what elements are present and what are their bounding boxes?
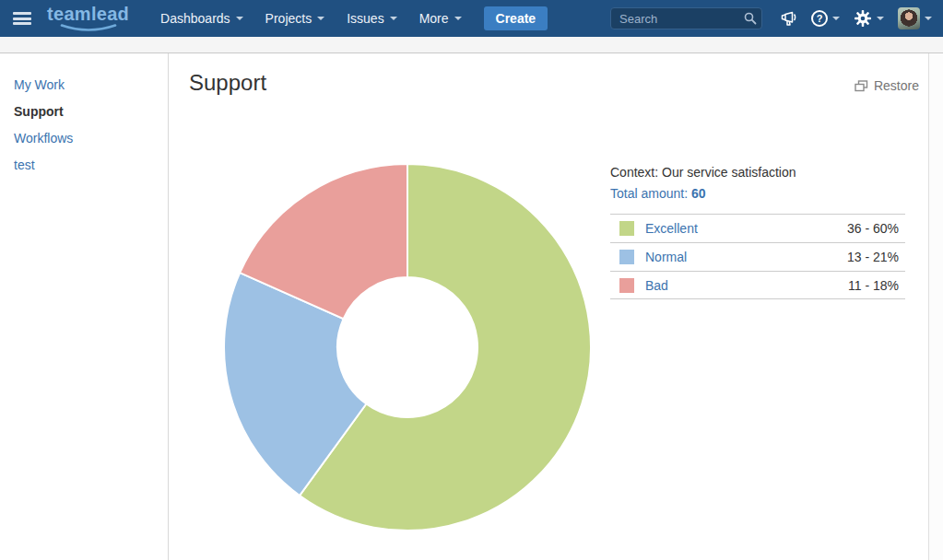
sidebar-item-support[interactable]: Support	[0, 99, 168, 125]
nav-item-label: More	[419, 11, 449, 26]
restore-label: Restore	[874, 78, 919, 93]
nav-item-label: Issues	[347, 11, 383, 26]
restore-icon	[855, 80, 868, 92]
chevron-down-icon	[390, 17, 397, 20]
sidebar-item-my-work[interactable]: My Work	[0, 72, 168, 99]
chart-legend: Context: Our service satisfaction Total …	[610, 165, 905, 299]
logo-swoosh-icon	[59, 24, 118, 32]
top-navbar: teamlead Dashboards Projects Issues More	[0, 0, 943, 37]
dashboard-main: Support Restore Context: Our service sat…	[169, 53, 927, 560]
help-icon: ?	[811, 10, 828, 27]
search-icon[interactable]	[744, 12, 757, 25]
restore-button[interactable]: Restore	[855, 78, 919, 93]
help-menu[interactable]: ?	[811, 10, 840, 27]
nav-item-more[interactable]: More	[408, 6, 473, 31]
chevron-down-icon	[832, 17, 840, 20]
chevron-down-icon	[877, 17, 884, 20]
nav-item-label: Dashboards	[160, 11, 230, 26]
legend-swatch-excellent	[619, 221, 634, 236]
legend-row-bad: Bad 11 - 18%	[610, 271, 905, 299]
logo[interactable]: teamlead	[47, 5, 129, 32]
chevron-down-icon	[236, 17, 243, 20]
profile-menu[interactable]	[898, 7, 932, 29]
chevron-down-icon	[317, 17, 324, 20]
donut-chart	[223, 163, 592, 531]
subheader-strip	[0, 37, 943, 53]
legend-label-excellent[interactable]: Excellent	[645, 221, 698, 236]
search-input[interactable]	[610, 7, 762, 29]
legend-label-bad[interactable]: Bad	[645, 278, 668, 293]
chart-total: Total amount:60	[610, 186, 905, 202]
hamburger-menu-icon[interactable]	[13, 12, 31, 25]
nav-item-projects[interactable]: Projects	[254, 6, 336, 31]
legend-row-normal: Normal 13 - 21%	[610, 242, 905, 271]
settings-menu[interactable]	[854, 9, 884, 28]
search	[610, 7, 762, 29]
scrollbar-track[interactable]	[928, 53, 943, 560]
sidebar-item-test[interactable]: test	[0, 152, 168, 179]
user-avatar	[898, 7, 920, 29]
legend-swatch-normal	[619, 250, 634, 264]
sidebar: My Work Support Workflows test	[0, 53, 169, 560]
legend-label-normal[interactable]: Normal	[645, 250, 687, 264]
megaphone-icon[interactable]	[779, 11, 797, 27]
legend-row-excellent: Excellent 36 - 60%	[610, 214, 905, 242]
logo-text: teamlead	[47, 5, 129, 23]
help-glyph: ?	[817, 14, 823, 24]
content-area: My Work Support Workflows test Support R…	[0, 53, 943, 560]
chevron-down-icon	[454, 17, 462, 20]
nav-item-label: Projects	[265, 11, 312, 26]
chart-total-label: Total amount:	[610, 186, 688, 201]
legend-value-normal: 13 - 21%	[847, 250, 899, 264]
chart-total-value: 60	[691, 186, 706, 201]
legend-swatch-bad	[619, 278, 634, 293]
sidebar-item-workflows[interactable]: Workflows	[0, 125, 168, 152]
nav-item-dashboards[interactable]: Dashboards	[149, 6, 254, 31]
create-button[interactable]: Create	[484, 6, 548, 30]
legend-value-excellent: 36 - 60%	[847, 221, 899, 236]
legend-value-bad: 11 - 18%	[848, 278, 899, 293]
chevron-down-icon	[925, 17, 932, 20]
page-title: Support	[189, 70, 266, 96]
nav-item-issues[interactable]: Issues	[336, 6, 407, 31]
chart-context: Context: Our service satisfaction	[610, 165, 905, 181]
primary-nav: Dashboards Projects Issues More	[149, 6, 472, 31]
gear-icon	[854, 9, 872, 28]
navbar-icons: ?	[779, 7, 932, 29]
